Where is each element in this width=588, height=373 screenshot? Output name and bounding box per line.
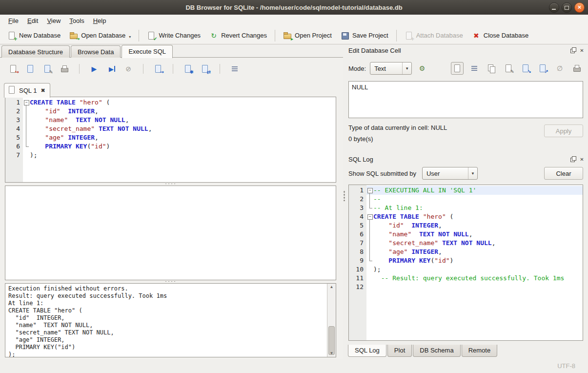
message-line: Execution finished without errors.	[8, 285, 325, 292]
float-panel-icon[interactable]	[570, 156, 576, 163]
fold-marker[interactable]	[23, 133, 30, 142]
line-numbers: 123456789101112	[349, 185, 366, 340]
fold-marker[interactable]	[23, 151, 30, 160]
minimize-icon[interactable]	[549, 2, 559, 13]
fold-marker[interactable]	[366, 195, 373, 204]
messages-scrollbar[interactable]: ▲ ▼	[327, 284, 336, 357]
sql-toolbar: ↪✎▶⊘→✱⇄	[7, 62, 337, 76]
auto-format-button[interactable]	[228, 62, 241, 75]
sql-tab[interactable]: SQL 1 ✖	[4, 83, 50, 98]
auto-switch-mode-button[interactable]: ⚙	[416, 62, 428, 75]
sql-log-editor[interactable]: 123456789101112−−-- EXECUTING ALL IN 'SQ…	[348, 185, 583, 341]
fold-marker[interactable]	[366, 248, 373, 256]
bottom-tab-bar: SQL LogPlotDB SchemaRemote	[348, 345, 498, 357]
fold-marker[interactable]	[366, 265, 373, 274]
find-replace-button[interactable]: ⇄	[199, 62, 211, 75]
bottom-tab-remote[interactable]: Remote	[462, 345, 498, 357]
scroll-up-icon[interactable]: ▲	[327, 284, 336, 290]
fold-marker[interactable]: −	[366, 186, 373, 195]
stop-button[interactable]: ⊘	[122, 62, 135, 75]
fold-marker[interactable]	[23, 116, 30, 124]
fold-marker[interactable]: −	[23, 98, 30, 107]
open-project-button[interactable]: ▸Open Project	[279, 29, 336, 42]
close-database-label: Close Database	[484, 32, 529, 39]
close-panel-icon[interactable]: ✕	[579, 156, 585, 163]
line-number: 3	[5, 116, 20, 124]
write-changes-button[interactable]: ✔Write Changes	[142, 29, 205, 42]
clear-button[interactable]: Clear	[544, 167, 583, 180]
fold-marker[interactable]	[23, 142, 30, 151]
fold-marker[interactable]: −	[366, 212, 373, 221]
print-cell-button[interactable]	[570, 62, 583, 75]
fold-marker[interactable]	[366, 274, 373, 283]
save-sql-file-as-button[interactable]: ✎	[41, 62, 54, 75]
import-button[interactable]: ↘	[519, 62, 532, 75]
export-csv-button[interactable]: →	[152, 62, 164, 75]
open-sql-file-button[interactable]: ↪	[7, 62, 20, 75]
bottom-tab-plot[interactable]: Plot	[387, 345, 412, 357]
menu-tools[interactable]: Tools	[65, 16, 88, 26]
text-mode-button[interactable]	[451, 62, 464, 75]
print-button[interactable]	[58, 62, 71, 75]
menu-file[interactable]: File	[4, 16, 23, 26]
bottom-tab-sql-log[interactable]: SQL Log	[348, 345, 386, 357]
stop-icon: ⊘	[124, 64, 133, 73]
save-project-button[interactable]: Save Project	[336, 29, 393, 42]
fold-marker[interactable]	[23, 124, 30, 133]
float-panel-icon[interactable]	[570, 47, 576, 54]
encoding-indicator: UTF-8	[557, 362, 575, 370]
text-mode-icon	[453, 64, 462, 73]
fold-markers: −	[23, 97, 30, 182]
open-database-button[interactable]: →Open Database▾	[65, 29, 135, 42]
message-line: PRIMARY KEY("id")	[8, 344, 325, 351]
mode-select[interactable]: Text ▼	[370, 62, 412, 75]
fold-marker[interactable]	[366, 204, 373, 212]
execute-current-line-button[interactable]	[105, 62, 118, 75]
fold-marker[interactable]	[366, 239, 373, 248]
close-panel-icon[interactable]: ✕	[579, 47, 585, 54]
fold-marker[interactable]	[366, 256, 373, 265]
export-button[interactable]: ↗	[536, 62, 549, 75]
find-button[interactable]: ✱	[182, 62, 194, 75]
scroll-down-icon[interactable]: ▼	[327, 350, 336, 357]
close-icon[interactable]: ×	[574, 2, 585, 13]
tab-database-structure[interactable]: Database Structure	[1, 45, 70, 58]
tab-browse-data[interactable]: Browse Data	[71, 45, 121, 58]
close-database-button[interactable]: ✖Close Database	[467, 29, 533, 42]
revert-changes-button[interactable]: ↻Revert Changes	[205, 29, 271, 42]
code-line: "id" INTEGER,	[30, 107, 336, 116]
results-grid[interactable]	[5, 186, 336, 280]
splitter-handle[interactable]	[5, 279, 336, 283]
maximize-icon[interactable]	[562, 2, 572, 13]
open-database-dropdown-icon[interactable]: ▾	[129, 35, 131, 40]
code-area[interactable]: -- EXECUTING ALL IN 'SQL 1'---- At line …	[373, 185, 583, 340]
execute-all-button[interactable]: ▶	[88, 62, 101, 75]
line-number: 5	[349, 221, 364, 230]
log-filter-select[interactable]: User ▼	[422, 167, 478, 180]
word-wrap-button[interactable]	[468, 62, 481, 75]
new-database-button[interactable]: +New Database	[3, 29, 65, 42]
fold-marker[interactable]	[366, 283, 373, 291]
code-line: -- At line 1:	[373, 204, 583, 212]
fold-marker[interactable]	[366, 221, 373, 230]
tab-execute-sql[interactable]: Execute SQL	[122, 45, 173, 58]
save-sql-file-button[interactable]	[24, 62, 37, 75]
set-null-button[interactable]: ∅	[553, 62, 566, 75]
copy-button[interactable]	[485, 62, 498, 75]
bottom-tab-db-schema[interactable]: DB Schema	[413, 345, 460, 357]
cell-editor[interactable]: NULL	[348, 81, 583, 118]
close-tab-icon[interactable]: ✖	[40, 87, 45, 94]
titlebar[interactable]: DB Browser for SQLite - /home/user/code/…	[0, 0, 588, 15]
menu-help[interactable]: Help	[89, 16, 111, 26]
auto-format-icon	[230, 64, 239, 73]
edit-button[interactable]: ✎	[502, 62, 515, 75]
fold-marker[interactable]	[366, 230, 373, 239]
edit-icon: ✎	[504, 64, 513, 73]
messages-pane[interactable]: Execution finished without errors.Result…	[5, 283, 336, 357]
sql-editor[interactable]: 1234567−CREATE TABLE "hero" ( "id" INTEG…	[5, 97, 336, 183]
menu-view[interactable]: View	[42, 16, 65, 26]
fold-marker[interactable]	[23, 107, 30, 116]
splitter-handle[interactable]	[5, 182, 336, 186]
menu-edit[interactable]: Edit	[23, 16, 42, 26]
code-area[interactable]: CREATE TABLE "hero" ( "id" INTEGER, "nam…	[30, 97, 336, 182]
